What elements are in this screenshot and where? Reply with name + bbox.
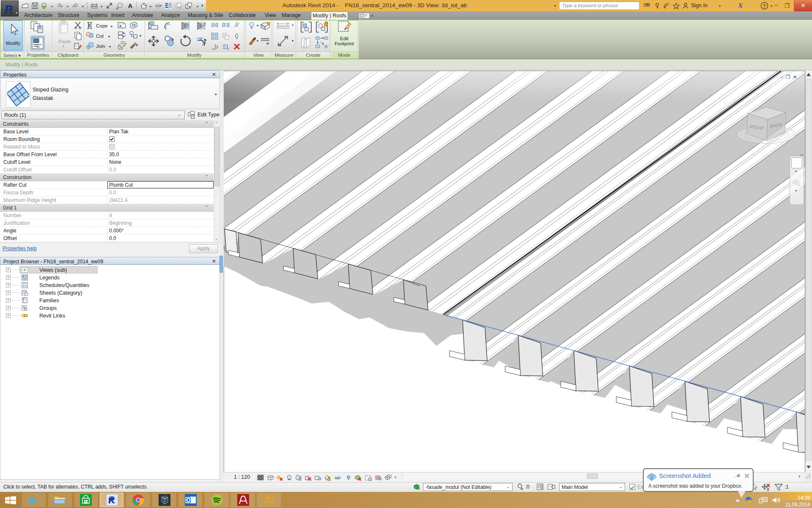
svg-text:1: 1: [119, 4, 121, 7]
svg-text:e: e: [29, 494, 36, 506]
svg-text:A: A: [128, 2, 133, 9]
svg-text:?: ?: [763, 3, 766, 8]
